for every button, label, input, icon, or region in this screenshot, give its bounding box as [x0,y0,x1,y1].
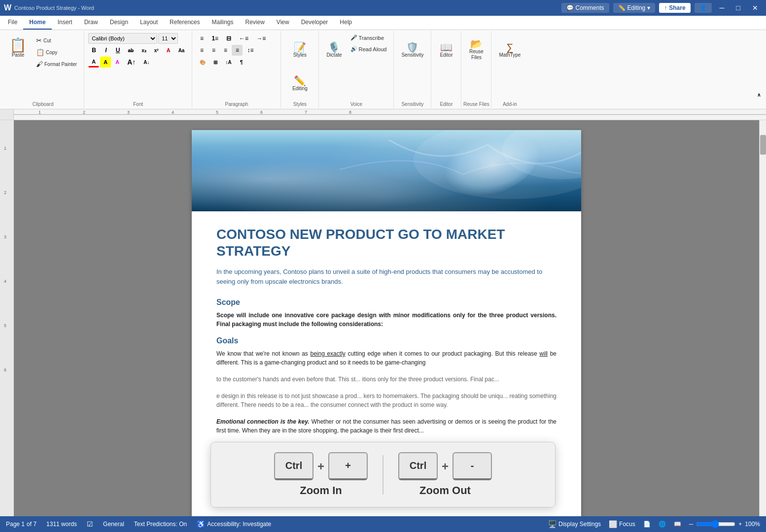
ribbon-group-reuse: 📂 ReuseFiles Reuse Files [461,31,491,108]
sort-button[interactable]: ↕A [222,57,235,67]
increase-font-button[interactable]: A↑ [124,57,139,67]
display-settings[interactable]: 🖥️ Display Settings [548,520,601,528]
line-spacing-button[interactable]: ↕≡ [244,45,257,56]
format-painter-button[interactable]: 🖌Format Painter [33,59,80,69]
underline-button[interactable]: U [112,45,124,56]
tab-mailings[interactable]: Mailings [206,16,239,30]
proofing-status[interactable]: ☑ [87,520,93,528]
ribbon-tabs: File Home Insert Draw Design Layout Refe… [0,16,766,30]
tab-references[interactable]: References [164,16,206,30]
text-predictions[interactable]: Text Predictions: On [134,521,187,528]
paste-button[interactable]: 📋 Paste [6,33,30,63]
ruler: 1 2 3 4 5 6 7 8 [0,109,766,120]
general-text: General [103,521,124,528]
font-name-select[interactable]: Calibri (Body) [88,33,157,44]
justify-button[interactable]: ≡ [232,45,243,56]
editing-button-ribbon[interactable]: ✏️ Editing [285,66,314,100]
edit-icon: ✏️ [618,4,626,11]
water-svg [192,130,581,211]
tab-home[interactable]: Home [23,16,51,30]
show-hide-button[interactable]: ¶ [236,57,247,67]
tab-developer[interactable]: Developer [295,16,334,30]
tab-file[interactable]: File [2,16,23,30]
transcribe-button[interactable]: 🎤 Transcribe [348,33,390,42]
zoom-slider[interactable] [696,520,735,528]
subscript-button[interactable]: x₂ [138,45,150,56]
editing-button[interactable]: ✏️ Editing ▾ [613,3,656,13]
tab-help[interactable]: Help [334,16,358,30]
styles-button[interactable]: 📝 Styles [285,33,314,66]
clear-format-button[interactable]: A [163,45,174,56]
svg-text:2: 2 [4,190,6,195]
comments-button[interactable]: 💬 Comments [561,3,609,13]
svg-text:5: 5 [4,323,6,328]
scope-heading: Scope [216,298,557,307]
bullets-button[interactable]: ≡ [196,33,207,44]
editor-button[interactable]: 📖 Editor [435,33,457,66]
tab-view[interactable]: View [271,16,295,30]
styles-group-label: Styles [281,101,318,107]
superscript-button[interactable]: x² [151,45,162,56]
close-button[interactable]: ✕ [748,4,762,12]
borders-button[interactable]: ⊞ [210,57,221,67]
multilevel-button[interactable]: ⊟ [223,33,235,44]
tab-review[interactable]: Review [240,16,271,30]
reuse-files-button[interactable]: 📂 ReuseFiles [465,33,487,66]
ribbon-group-clipboard: 📋 Paste ✂Cut 📋Copy 🖌Format Painter Clipb… [2,31,84,108]
view-print[interactable]: 📄 [643,521,651,528]
sensitivity-button[interactable]: 🛡️ Sensitivity [398,33,427,66]
user-button[interactable]: 👤 [695,3,712,13]
highlight-button[interactable]: A [100,57,111,67]
zoom-in-status-button[interactable]: + [738,521,742,528]
display-icon: 🖥️ [548,520,557,528]
page-info-text: Page 1 [6,521,25,528]
minimize-button[interactable]: ─ [716,4,729,12]
being-exactly-text: being exactly [310,350,345,357]
tab-layout[interactable]: Layout [134,16,164,30]
font-color-button[interactable]: A [88,57,99,67]
align-left-button[interactable]: ≡ [196,45,207,56]
view-reader[interactable]: 📖 [674,521,681,528]
shading-button[interactable]: 🎨 [196,57,209,67]
change-case-button[interactable]: Aa [175,45,188,56]
word-count[interactable]: 1311 words [46,521,77,528]
reuse-group-label: Reuse Files [461,101,491,107]
focus-button[interactable]: ⬜ Focus [609,520,635,528]
strikethrough-button[interactable]: ab [124,45,137,56]
svg-text:2: 2 [83,110,85,115]
mathtype-button[interactable]: ∑ MathType [495,33,524,66]
tab-insert[interactable]: Insert [52,16,78,30]
increase-indent-button[interactable]: →≡ [253,33,269,44]
decrease-indent-button[interactable]: ←≡ [236,33,252,44]
bold-button[interactable]: B [88,45,100,56]
cut-button[interactable]: ✂Cut [33,35,80,46]
general-status[interactable]: General [103,521,124,528]
align-right-button[interactable]: ≡ [220,45,231,56]
italic-button[interactable]: I [101,45,111,56]
ribbon-collapse-button[interactable]: ∧ [753,89,764,100]
goals-body-2: to the customer's hands and even before … [216,375,557,384]
goals-body-3: e design in this release is to not just … [216,392,557,409]
read-aloud-button[interactable]: 🔊 Read Aloud [348,44,390,54]
view-web[interactable]: 🌐 [659,521,666,528]
page-info[interactable]: Page 1 of 7 [6,521,36,528]
zoom-control[interactable]: ─ + 100% [689,520,760,528]
copy-button[interactable]: 📋Copy [33,47,80,58]
decrease-font-button[interactable]: A↓ [140,57,153,67]
ribbon-group-styles: 📝 Styles ✏️ Editing Styles [281,31,319,108]
align-center-button[interactable]: ≡ [208,45,219,56]
dictate-button[interactable]: 🎙️ Dictate [323,33,345,66]
text-effect-button[interactable]: A [112,57,123,67]
share-button[interactable]: ↑ Share [659,3,690,13]
maximize-button[interactable]: □ [732,4,744,12]
doc-title: CONTOSO NEW PRODUCT GO TO MARKET STRATEG… [216,226,557,259]
zoom-out-status-button[interactable]: ─ [689,521,694,528]
tab-design[interactable]: Design [104,16,134,30]
title-bar: W Contoso Product Strategy - Word 💬 Comm… [0,0,766,16]
tab-draw[interactable]: Draw [78,16,104,30]
font-size-select[interactable]: 11 [158,33,178,44]
numbering-button[interactable]: 1≡ [208,33,222,44]
scrollbar-vertical[interactable] [759,120,766,532]
accessibility-status[interactable]: ♿ Accessibility: Investigate [197,520,271,528]
focus-icon: ⬜ [609,520,617,528]
